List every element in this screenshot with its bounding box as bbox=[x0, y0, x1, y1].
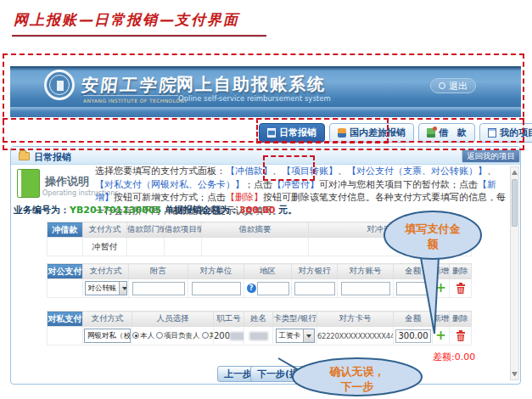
scroll-up-icon[interactable] bbox=[512, 171, 518, 175]
empty-cell bbox=[165, 238, 202, 256]
payee-bank-cell bbox=[292, 279, 338, 298]
dropdown-arrow-icon bbox=[119, 282, 127, 295]
personal-pay-table: 对私支付 支付方式 人员选择 职工号 姓名 卡类型/银行 对方卡号 金额 新增 … bbox=[47, 311, 472, 346]
region-input[interactable] bbox=[257, 282, 289, 295]
card-number-cell: 62220XXXXXXXXXX44664 bbox=[317, 327, 394, 346]
balance-difference: 差额:0.00 bbox=[433, 351, 475, 363]
column-header: 对方银行 bbox=[292, 264, 338, 279]
payee-unit-input[interactable] bbox=[192, 282, 241, 295]
page-title: 网上报账—日常报销—支付界面 bbox=[14, 10, 239, 30]
add-row-icon[interactable]: + bbox=[435, 328, 446, 343]
employee-id-value: 200 bbox=[214, 331, 230, 340]
payee-account-input[interactable] bbox=[341, 282, 390, 295]
tab-label: 借 款 bbox=[439, 126, 467, 139]
column-header: 支付方式 bbox=[83, 222, 127, 238]
tab-label: 我的项目 bbox=[500, 126, 532, 139]
next-step-submit-button[interactable]: 下一步(提交) bbox=[250, 366, 319, 382]
empty-cell bbox=[48, 238, 83, 256]
column-header: 对方卡号 bbox=[317, 312, 394, 327]
scroll-down-icon[interactable] bbox=[512, 372, 518, 376]
memo-cell bbox=[129, 279, 188, 298]
instr-text: 可对冲与您相关项目下的暂付款；点击 bbox=[319, 179, 478, 190]
column-header: 金额 bbox=[394, 264, 433, 279]
instr-term-corporate-pay: 【对公支付（支票、对公转账）】 bbox=[347, 166, 487, 177]
personal-pay-method-select[interactable]: 网银对私（校内） bbox=[84, 329, 131, 343]
pay-method-cell: 网银对私（校内） bbox=[83, 327, 132, 346]
instr-term-personal-pay: 【对私支付（网银对私、公务卡）】 bbox=[95, 179, 244, 190]
add-cell: + bbox=[433, 279, 450, 298]
tab-label: 日常报销 bbox=[279, 126, 316, 139]
select-value: 工资卡 bbox=[279, 331, 301, 341]
offset-loan-panel-label: 冲借款 bbox=[48, 222, 83, 238]
tab-daily-reimburse[interactable]: 日常报销 bbox=[259, 123, 325, 143]
column-header: 借款摘要 bbox=[202, 222, 309, 238]
payee-unit-cell bbox=[188, 279, 244, 298]
pay-method-cell: 冲暂付 bbox=[83, 238, 127, 256]
radio-self[interactable] bbox=[132, 332, 139, 339]
personal-pay-panel-label: 对私支付 bbox=[48, 312, 83, 327]
instr-text: ；点击 bbox=[244, 179, 272, 190]
business-label: 元。 bbox=[276, 205, 298, 216]
add-row-icon[interactable]: + bbox=[435, 280, 446, 295]
title-underline bbox=[12, 35, 266, 37]
instr-term-project-transfer: 【项目转账】 bbox=[282, 166, 338, 177]
column-header: 职工号 bbox=[214, 312, 244, 327]
tab-my-projects[interactable]: 我的项目 bbox=[479, 123, 532, 143]
delete-row-icon[interactable] bbox=[456, 330, 466, 342]
return-my-projects-button[interactable]: 返回我的项目 bbox=[462, 149, 520, 163]
redacted-name bbox=[249, 332, 268, 340]
folder-icon bbox=[19, 152, 30, 160]
radio-project-leader[interactable] bbox=[156, 332, 163, 339]
column-header: 支付方式 bbox=[83, 264, 129, 279]
person-select-cell: 本人项目负责人其他人 bbox=[132, 327, 214, 346]
name-cell bbox=[244, 327, 273, 346]
column-header: 对方账号 bbox=[338, 264, 394, 279]
delete-cell bbox=[450, 327, 472, 346]
memo-input[interactable] bbox=[132, 282, 185, 295]
radio-project-leader-label: 项目负责人 bbox=[164, 331, 200, 340]
column-header: 金额 bbox=[394, 312, 433, 327]
column-header: 新增 bbox=[433, 312, 450, 327]
table-row: 对公转账 ? + bbox=[48, 279, 472, 298]
select-value: 网银对私（校内） bbox=[87, 331, 131, 341]
column-header: 对冲号 bbox=[309, 222, 450, 238]
pay-method-cell: 对公转账 bbox=[83, 279, 129, 298]
instr-term-offset-temp: 【冲暂付】 bbox=[272, 179, 319, 190]
university-seal-icon bbox=[44, 70, 75, 100]
tab-loan[interactable]: 借 款 bbox=[418, 123, 475, 143]
redacted-employee-id bbox=[230, 332, 244, 340]
add-cell: + bbox=[433, 327, 450, 346]
empty-cell bbox=[48, 327, 83, 346]
instr-text: 、 bbox=[338, 166, 347, 177]
university-name: 安阳工学院 bbox=[80, 74, 181, 97]
column-header bbox=[450, 222, 472, 238]
delete-row-icon[interactable] bbox=[456, 283, 466, 295]
amount-cell: 300.00 bbox=[394, 327, 433, 346]
corporate-amount-input[interactable] bbox=[396, 282, 430, 295]
column-header: 新增 bbox=[433, 264, 450, 279]
tab-label: 国内差旅报销 bbox=[350, 126, 406, 139]
column-header: 人员选择 bbox=[132, 312, 214, 327]
logout-button[interactable]: 退出 bbox=[430, 78, 476, 93]
business-number: YB201701130005 bbox=[70, 205, 161, 216]
help-icon[interactable]: ? bbox=[247, 284, 256, 293]
corporate-pay-method-select[interactable]: 对公转账 bbox=[85, 281, 127, 295]
delete-cell bbox=[450, 279, 472, 298]
logout-label: 退出 bbox=[449, 80, 468, 93]
card-type-select[interactable]: 工资卡 bbox=[276, 329, 315, 343]
vertical-scrollbar[interactable] bbox=[510, 166, 519, 380]
empty-cell bbox=[127, 238, 165, 256]
personal-amount-input[interactable]: 300.00 bbox=[395, 329, 431, 343]
column-header: 借款项目编号 bbox=[165, 222, 202, 238]
business-amount: 300.00 bbox=[239, 205, 275, 216]
scroll-thumb[interactable] bbox=[512, 179, 518, 227]
tab-domestic-travel[interactable]: 国内差旅报销 bbox=[329, 123, 414, 143]
card-number-value: 62220XXXXXXXXXX44664 bbox=[317, 332, 394, 340]
radio-other-label: 其他人 bbox=[210, 331, 214, 340]
empty-cell bbox=[202, 238, 309, 256]
system-title: 网上自助报账系统 bbox=[176, 73, 326, 96]
payee-bank-input[interactable] bbox=[294, 282, 335, 295]
delete-row-icon[interactable] bbox=[456, 241, 466, 253]
radio-other[interactable] bbox=[202, 332, 209, 339]
amount-cell bbox=[394, 279, 433, 298]
